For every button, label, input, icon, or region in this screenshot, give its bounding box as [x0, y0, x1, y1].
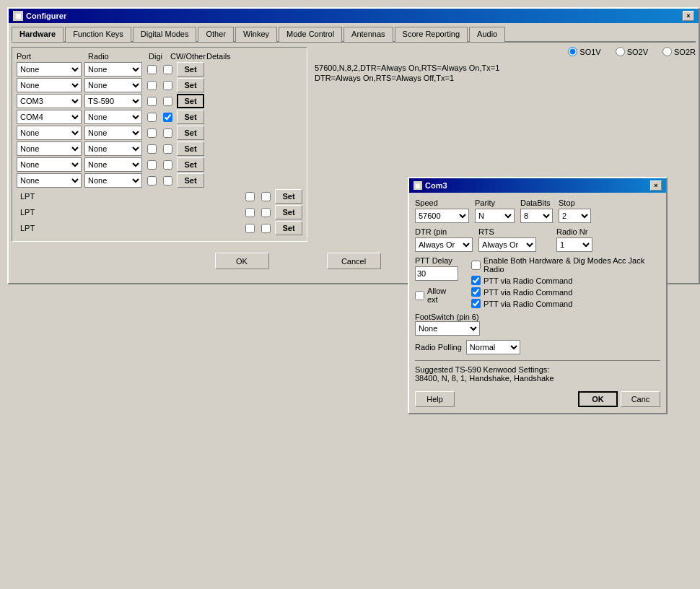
- set-button-1[interactable]: Set: [177, 62, 204, 77]
- digi-checkbox-2[interactable]: [147, 81, 157, 90]
- footswitch-select[interactable]: None: [415, 321, 480, 336]
- so2v-option[interactable]: SO2V: [616, 47, 648, 56]
- port-select-6[interactable]: None: [17, 141, 82, 156]
- parity-select[interactable]: N E O: [475, 209, 515, 223]
- set-button-5[interactable]: Set: [177, 126, 204, 140]
- radio-select-5[interactable]: None: [84, 126, 142, 140]
- lpt-cw-checkbox-3[interactable]: [261, 224, 271, 233]
- radio-select-6[interactable]: None: [84, 141, 142, 156]
- cw-check-2: [161, 81, 174, 90]
- dialog-cancel-button[interactable]: Canc: [621, 391, 660, 407]
- cw-checkbox-1[interactable]: [163, 65, 172, 74]
- cw-checkbox-6[interactable]: [163, 144, 172, 154]
- cw-checkbox-3[interactable]: [163, 97, 172, 106]
- so2r-radio[interactable]: [662, 47, 672, 56]
- ptt-delay-input[interactable]: [415, 266, 458, 281]
- radio-select-3[interactable]: NoneTS-590: [84, 94, 142, 108]
- polling-select[interactable]: Normal Fast Slow: [466, 340, 520, 354]
- set-button-8[interactable]: Set: [177, 173, 204, 188]
- tab-function-keys[interactable]: Function Keys: [65, 27, 131, 42]
- speed-select[interactable]: 57600 115200 9600 4800: [415, 209, 469, 223]
- digi-checkbox-8[interactable]: [147, 176, 157, 186]
- digi-checkbox-3[interactable]: [147, 97, 157, 106]
- set-button-6[interactable]: Set: [177, 141, 204, 156]
- tab-antennas[interactable]: Antennas: [344, 27, 393, 42]
- tab-other[interactable]: Other: [198, 27, 234, 42]
- tab-winkey[interactable]: Winkey: [235, 27, 277, 42]
- ok-button[interactable]: OK: [215, 253, 269, 269]
- set-button-3[interactable]: Set: [177, 94, 204, 108]
- dtr-select[interactable]: Always Or Always Off: [415, 237, 473, 252]
- lpt-digi-checkbox-2[interactable]: [245, 208, 255, 217]
- close-button[interactable]: ×: [683, 11, 694, 21]
- so2v-radio[interactable]: [616, 47, 625, 56]
- radio-select-7[interactable]: None: [84, 157, 142, 172]
- digi-checkbox-7[interactable]: [147, 160, 157, 170]
- port-select-4[interactable]: NoneCOM1COM2COM3COM4: [17, 110, 82, 124]
- port-select-7[interactable]: None: [17, 157, 82, 172]
- allow-ext-checkbox[interactable]: [415, 291, 424, 300]
- set-button-2[interactable]: Set: [177, 78, 204, 92]
- cw-checkbox-2[interactable]: [163, 81, 172, 90]
- so1v-option[interactable]: SO1V: [568, 47, 600, 56]
- cw-checkbox-7[interactable]: [163, 160, 172, 170]
- radionr-select[interactable]: 1 2: [556, 237, 592, 252]
- cw-check-7: [161, 160, 174, 170]
- lpt-digi-checkbox-1[interactable]: [245, 192, 255, 201]
- port-select-5[interactable]: None: [17, 126, 82, 140]
- tab-hardware[interactable]: Hardware: [12, 27, 64, 42]
- port-select-1[interactable]: NoneCOM1COM2COM3: [17, 62, 82, 77]
- dialog-content: Speed 57600 115200 9600 4800 Parity N E …: [409, 193, 666, 413]
- tab-score-reporting[interactable]: Score Reporting: [395, 27, 468, 42]
- checkboxes-group: Enable Both Hardware & Dig Modes Acc Jac…: [471, 256, 660, 308]
- so2r-option[interactable]: SO2R: [662, 47, 696, 56]
- rts-select[interactable]: Always Or Always Off: [478, 237, 536, 252]
- port-select-8[interactable]: None: [17, 173, 82, 188]
- port-select-3[interactable]: NoneCOM1COM2COM3COM4: [17, 94, 82, 108]
- dtr-label: DTR (pin: [415, 227, 473, 236]
- digi-checkbox-4[interactable]: [147, 113, 157, 122]
- so1v-radio[interactable]: [568, 47, 577, 56]
- radio-select-1[interactable]: None: [84, 62, 142, 77]
- stop-select[interactable]: 1 2: [559, 209, 591, 223]
- lpt-set-button-1[interactable]: Set: [275, 189, 302, 204]
- ptt-radio-cmd-checkbox-1[interactable]: [471, 276, 481, 285]
- ptt-radio-cmd-checkbox-3[interactable]: [471, 299, 481, 308]
- databits-select[interactable]: 8 7: [520, 209, 553, 223]
- dialog-close-button[interactable]: ×: [650, 180, 662, 191]
- dialog-window: ▣ Com3 × Speed 57600 115200 9600 4800: [408, 177, 668, 414]
- lpt-set-button-3[interactable]: Set: [275, 221, 302, 235]
- lpt-label-3: LPT: [20, 224, 35, 232]
- cw-checkbox-5[interactable]: [163, 128, 172, 138]
- title-bar-left: ▣ Configurer: [13, 11, 66, 21]
- check-row-0: Enable Both Hardware & Dig Modes Acc Jac…: [471, 256, 660, 274]
- digi-checkbox-1[interactable]: [147, 65, 157, 74]
- enable-both-checkbox[interactable]: [471, 261, 481, 270]
- tab-digital-modes[interactable]: Digital Modes: [133, 27, 197, 42]
- ptt-radio-cmd-checkbox-2[interactable]: [471, 287, 481, 297]
- lpt-cw-checkbox-2[interactable]: [261, 208, 271, 217]
- set-button-4[interactable]: Set: [177, 110, 204, 124]
- radio-select-8[interactable]: None: [84, 173, 142, 188]
- cw-checkbox-8[interactable]: [163, 176, 172, 186]
- radio-select-4[interactable]: None: [84, 110, 142, 124]
- dialog-ok-button[interactable]: OK: [578, 391, 618, 407]
- lpt-set-button-2[interactable]: Set: [275, 205, 302, 219]
- lpt-digi-checkbox-3[interactable]: [245, 224, 255, 233]
- tab-mode-control[interactable]: Mode Control: [279, 27, 342, 42]
- set-button-7[interactable]: Set: [177, 157, 204, 172]
- digi-checkbox-6[interactable]: [147, 144, 157, 154]
- footswitch-label: FootSwitch (pin 6): [415, 313, 479, 321]
- cancel-button[interactable]: Cancel: [327, 253, 381, 269]
- port-select-2[interactable]: None: [17, 78, 82, 92]
- digi-check-1: [145, 65, 158, 74]
- check-row-1: PTT via Radio Command: [471, 276, 660, 285]
- radio-select-2[interactable]: None: [84, 78, 142, 92]
- digi-checkbox-5[interactable]: [147, 128, 157, 138]
- digi-check-8: [145, 176, 158, 186]
- table-row: None None Set: [17, 78, 302, 92]
- lpt-cw-checkbox-1[interactable]: [261, 192, 271, 201]
- dialog-help-button[interactable]: Help: [415, 391, 455, 407]
- cw-checkbox-4[interactable]: [163, 113, 172, 122]
- tab-audio[interactable]: Audio: [469, 27, 505, 42]
